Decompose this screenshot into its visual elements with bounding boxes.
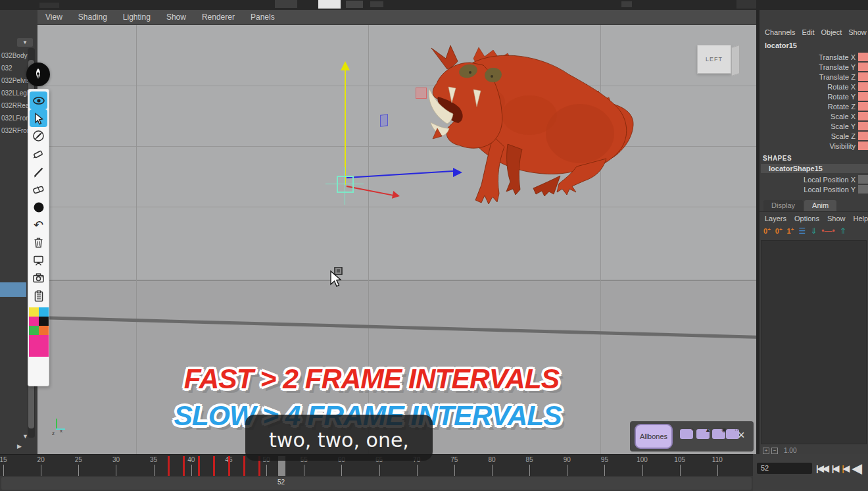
panel-collapse-icon[interactable]: ▼ xyxy=(22,433,28,440)
go-to-start-button[interactable]: |◀◀ xyxy=(816,463,828,473)
pen-button[interactable] xyxy=(30,163,47,180)
menu-panels[interactable]: Panels xyxy=(251,13,275,22)
layer-stack-icon[interactable]: ☰ xyxy=(798,226,806,236)
zero-key-icon[interactable]: 0+ xyxy=(763,227,771,235)
anim-layer-list[interactable] xyxy=(761,240,867,444)
outliner-item[interactable]: 032RFror xyxy=(0,124,29,137)
zero-weight-icon[interactable]: ⇑ xyxy=(840,226,846,236)
weight-minus-icon[interactable]: − xyxy=(771,448,778,454)
channel-menu-channels[interactable]: Channels xyxy=(765,28,795,36)
channel-value-field[interactable] xyxy=(858,53,868,61)
outliner-item[interactable]: 032BodyF xyxy=(0,49,29,62)
view-cube-face-label[interactable]: LEFT xyxy=(697,45,731,74)
weight-plus-icon[interactable]: + xyxy=(763,448,769,454)
range-slider-bar[interactable] xyxy=(1,477,752,490)
clipboard-button[interactable] xyxy=(30,287,47,305)
keyframe-tick[interactable] xyxy=(168,456,170,476)
channel-value-field[interactable] xyxy=(858,72,868,81)
cursor-tool-button[interactable] xyxy=(30,109,47,127)
trash-button[interactable] xyxy=(30,234,47,251)
palette-swatch[interactable] xyxy=(39,326,49,335)
manipulator-y-arrowhead[interactable] xyxy=(341,61,350,70)
screenshot-button[interactable] xyxy=(30,269,47,287)
one-key-icon[interactable]: 1+ xyxy=(787,227,794,235)
previous-key-button[interactable]: |◀ xyxy=(832,463,838,473)
tab-display[interactable]: Display xyxy=(763,200,803,211)
menu-shading[interactable]: Shading xyxy=(78,13,107,22)
play-backwards-button[interactable]: ◀ xyxy=(852,461,862,476)
highlighter-button[interactable] xyxy=(30,145,47,163)
close-icon[interactable]: × xyxy=(738,428,745,442)
picker-add-icon[interactable]: + xyxy=(680,429,693,439)
outliner-item[interactable]: 032LFron xyxy=(0,112,29,124)
channel-value-field[interactable] xyxy=(858,102,868,111)
channel-value-field[interactable] xyxy=(858,82,868,91)
keyframe-tick[interactable] xyxy=(198,456,200,476)
manipulator-z-arrowhead[interactable] xyxy=(453,168,462,177)
tab-anim[interactable]: Anim xyxy=(804,200,836,211)
outliner-dropdown-button[interactable]: ▼ xyxy=(17,38,33,47)
menu-view[interactable]: View xyxy=(45,13,62,22)
zero-key-icon[interactable]: 0+ xyxy=(775,227,783,235)
timeline-tick xyxy=(191,465,192,476)
channel-value-field[interactable] xyxy=(858,92,868,101)
manipulator-center-handle[interactable] xyxy=(337,176,354,193)
menu-renderer[interactable]: Renderer xyxy=(202,13,235,22)
keyframe-tick[interactable] xyxy=(213,456,215,476)
palette-swatch[interactable] xyxy=(29,326,39,335)
undo-button[interactable]: ↶ xyxy=(30,216,47,234)
picker-list-icon[interactable]: ⋯ xyxy=(726,429,739,439)
whiteboard-button[interactable] xyxy=(30,251,47,269)
eraser-button[interactable] xyxy=(30,180,47,198)
current-color-swatch[interactable] xyxy=(29,335,49,357)
picker-eye-icon[interactable]: ◉ xyxy=(712,429,725,439)
annotation-app-logo[interactable] xyxy=(26,63,50,86)
channel-menu-object[interactable]: Object xyxy=(821,28,842,36)
plane-handle-red[interactable] xyxy=(416,88,427,99)
anim-menu-help[interactable]: Help xyxy=(853,215,868,222)
palette-swatch[interactable] xyxy=(39,307,49,317)
step-back-button[interactable]: |◀ xyxy=(842,463,848,473)
anim-menu-show[interactable]: Show xyxy=(827,215,846,222)
palette-swatch[interactable] xyxy=(29,307,39,317)
channel-value-field[interactable] xyxy=(858,112,868,120)
channel-value-field[interactable] xyxy=(858,122,868,130)
menu-show[interactable]: Show xyxy=(166,13,186,22)
allbones-button[interactable]: Allbones xyxy=(635,424,673,449)
outliner-item[interactable]: 032LLegF xyxy=(0,87,29,99)
menu-lighting[interactable]: Lighting xyxy=(123,13,151,22)
view-cube[interactable]: LEFT xyxy=(697,45,731,74)
outliner-item[interactable]: 032Pelvis xyxy=(0,74,29,87)
palette-swatch[interactable] xyxy=(29,317,39,326)
bake-down-icon[interactable]: ⇓ xyxy=(810,226,817,236)
channel-value-field[interactable] xyxy=(858,185,868,194)
channel-value-field[interactable] xyxy=(858,132,868,140)
current-frame-field[interactable]: 52 xyxy=(757,463,812,474)
picker-person-icon[interactable]: ▲ xyxy=(696,429,710,439)
anim-menu-layers[interactable]: Layers xyxy=(765,215,786,222)
panel-expand-icon[interactable]: ▶ xyxy=(17,443,22,450)
manipulator-x-arrowhead[interactable] xyxy=(392,191,400,200)
channel-value-field[interactable] xyxy=(858,63,868,71)
outliner-item[interactable]: 032 xyxy=(0,62,29,74)
pen-disabled-button[interactable] xyxy=(30,127,47,145)
range-slider[interactable]: 52 xyxy=(0,476,753,491)
keyframe-tick[interactable] xyxy=(228,456,230,476)
outliner-item[interactable]: 032RRear xyxy=(0,99,29,112)
color-size-dot[interactable] xyxy=(30,198,47,216)
keyframe-tick[interactable] xyxy=(243,456,245,476)
palette-swatch[interactable] xyxy=(39,317,49,326)
creature-model[interactable] xyxy=(408,36,635,211)
view-cube-side[interactable] xyxy=(731,45,740,76)
channel-menu-edit[interactable]: Edit xyxy=(802,28,814,36)
layer-weight-value[interactable]: 1.00 xyxy=(784,447,796,454)
channel-value-field[interactable] xyxy=(858,142,868,150)
plane-handle-blue[interactable] xyxy=(380,114,388,127)
anim-menu-options[interactable]: Options xyxy=(794,215,819,222)
shape-row[interactable]: locatorShape15 xyxy=(761,164,868,173)
dash-dot-icon[interactable]: •—• xyxy=(821,226,834,236)
eye-tool-button[interactable] xyxy=(30,91,47,109)
channel-menu-show[interactable]: Show xyxy=(848,28,867,36)
keyframe-tick[interactable] xyxy=(183,456,185,476)
channel-value-field[interactable] xyxy=(858,175,868,184)
